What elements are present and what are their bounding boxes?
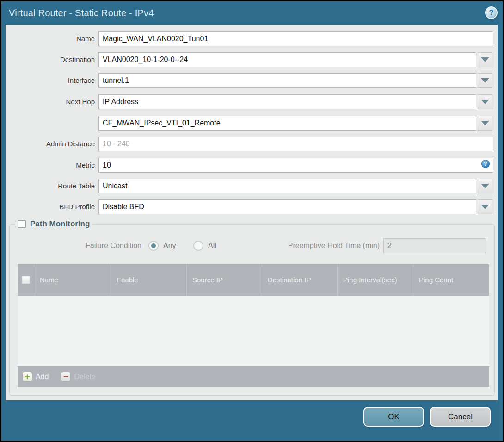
next-hop-address-input[interactable]: [98, 116, 476, 131]
admin-distance-row: Admin Distance: [6, 137, 498, 151]
cancel-button[interactable]: Cancel: [430, 407, 491, 427]
virtual-router-static-route-dialog: Virtual Router - Static Route - IPv4 ? N…: [1, 1, 503, 441]
admin-distance-label: Admin Distance: [6, 137, 95, 151]
ok-button[interactable]: OK: [363, 407, 424, 427]
delete-button-label: Delete: [74, 373, 95, 381]
table-toolbar: + Add − Delete: [18, 366, 489, 387]
column-header-ping-count[interactable]: Ping Count: [413, 264, 489, 296]
chevron-down-icon: [481, 121, 489, 125]
info-circle-icon: ?: [481, 160, 490, 168]
column-header-source-ip[interactable]: Source IP: [186, 264, 262, 296]
next-hop-row: Next Hop: [6, 94, 498, 109]
column-header-enable[interactable]: Enable: [111, 264, 186, 296]
next-hop-label: Next Hop: [6, 94, 95, 109]
destination-dropdown-button[interactable]: [478, 52, 492, 67]
next-hop-address-row: [6, 116, 498, 131]
add-button-label: Add: [36, 373, 49, 381]
column-header-name[interactable]: Name: [34, 264, 111, 296]
failure-condition-row: Failure Condition Any All Preemptive Hol…: [10, 238, 494, 253]
dialog-titlebar: Virtual Router - Static Route - IPv4 ?: [1, 1, 503, 25]
chevron-down-icon: [481, 205, 489, 209]
route-table-row: Route Table: [6, 179, 498, 193]
destination-label: Destination: [6, 52, 95, 67]
next-hop-address-label: [6, 116, 95, 131]
failure-condition-any-label: Any: [163, 238, 176, 253]
failure-condition-all-radio[interactable]: [193, 241, 203, 251]
table-body-empty: [18, 296, 489, 366]
select-all-cell: [18, 264, 34, 296]
column-header-destination-ip[interactable]: Destination IP: [262, 264, 337, 296]
add-button[interactable]: + Add: [22, 372, 49, 382]
bfd-profile-dropdown-button[interactable]: [478, 199, 492, 214]
destination-input[interactable]: [98, 52, 476, 67]
dialog-title: Virtual Router - Static Route - IPv4: [9, 8, 154, 19]
route-table-dropdown-button[interactable]: [478, 179, 492, 193]
failure-condition-all-label: All: [208, 238, 216, 253]
route-table-input[interactable]: [98, 179, 476, 193]
metric-input[interactable]: [98, 158, 493, 173]
next-hop-address-dropdown-button[interactable]: [478, 116, 492, 131]
chevron-down-icon: [481, 57, 489, 62]
dialog-footer: OK Cancel: [1, 399, 503, 441]
next-hop-type-input[interactable]: [98, 94, 476, 109]
name-input[interactable]: [98, 31, 493, 46]
preemptive-hold-time-label: Preemptive Hold Time (min): [241, 238, 380, 253]
chevron-down-icon: [481, 78, 489, 83]
chevron-down-icon: [481, 184, 489, 188]
destination-row: Destination: [6, 52, 498, 67]
screen: Virtual Router - Static Route - IPv4 ? N…: [0, 0, 504, 442]
interface-label: Interface: [6, 73, 95, 88]
help-circle-icon[interactable]: ?: [485, 6, 498, 19]
admin-distance-input[interactable]: [98, 137, 493, 151]
path-monitoring-section: Path Monitoring Failure Condition Any Al…: [9, 224, 495, 396]
name-row: Name: [6, 31, 498, 46]
path-monitoring-title: Path Monitoring: [30, 219, 90, 229]
interface-row: Interface: [6, 73, 498, 88]
path-monitoring-table: Name Enable Source IP Destination IP Pin…: [18, 264, 489, 387]
chevron-down-icon: [481, 100, 489, 104]
preemptive-hold-time-input[interactable]: [383, 238, 486, 253]
metric-label: Metric: [6, 158, 95, 173]
route-table-label: Route Table: [6, 179, 95, 193]
failure-condition-label: Failure Condition: [10, 238, 141, 253]
interface-dropdown-button[interactable]: [478, 73, 492, 88]
select-all-checkbox[interactable]: [22, 276, 30, 284]
minus-icon: −: [61, 372, 71, 382]
bfd-profile-label: BFD Profile: [6, 199, 95, 214]
plus-icon: +: [22, 372, 32, 382]
column-header-ping-interval[interactable]: Ping Interval(sec): [337, 264, 413, 296]
name-label: Name: [6, 31, 95, 46]
failure-condition-any-radio[interactable]: [148, 241, 159, 251]
delete-button[interactable]: − Delete: [61, 372, 95, 382]
path-monitoring-legend: Path Monitoring: [14, 219, 93, 229]
bfd-profile-row: BFD Profile: [6, 199, 498, 214]
metric-row: Metric ?: [6, 158, 498, 173]
table-header: Name Enable Source IP Destination IP Pin…: [18, 264, 489, 296]
interface-input[interactable]: [98, 73, 476, 88]
path-monitoring-checkbox[interactable]: [18, 220, 26, 228]
bfd-profile-input[interactable]: [98, 199, 476, 214]
dialog-content: Name Destination Interface Next Hop: [6, 25, 498, 400]
next-hop-dropdown-button[interactable]: [478, 94, 492, 109]
